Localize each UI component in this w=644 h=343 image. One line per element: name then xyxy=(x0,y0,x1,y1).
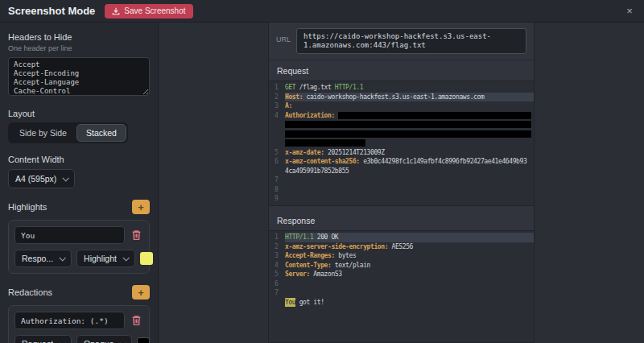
code-token-key: A: xyxy=(285,101,292,111)
layout-toggle-group: Side by Side Stacked xyxy=(8,122,128,143)
highlight-rule-card: Respo... Highlight xyxy=(8,220,150,274)
code-line: 3Accept-Ranges: bytes xyxy=(269,251,534,261)
highlights-label: Highlights xyxy=(8,202,47,212)
headers-to-hide-textarea[interactable]: Accept Accept-Encoding Accept-Language C… xyxy=(8,57,150,96)
code-line: 5Server: AmazonS3 xyxy=(269,270,534,279)
line-number: 6 xyxy=(269,279,285,289)
code-token-key: Accept-Ranges: xyxy=(285,251,335,261)
download-icon xyxy=(112,7,120,15)
code-token-mark: You xyxy=(285,298,295,308)
request-section-title: Request xyxy=(269,60,534,81)
code-line: 8 xyxy=(269,185,534,195)
url-label: URL xyxy=(276,28,291,43)
code-line: 4Content-Type: text/plain xyxy=(269,261,534,271)
line-number: 7 xyxy=(269,288,285,298)
code-token-key: x-amz-date: xyxy=(285,148,324,158)
redaction-rule-card: Request Opaque xyxy=(8,305,150,343)
code-token-plain: 200 OK xyxy=(317,233,339,242)
line-number: 5 xyxy=(269,148,285,158)
code-line: 2x-amz-server-side-encryption: AES256 xyxy=(269,242,534,252)
close-icon[interactable]: × xyxy=(623,5,636,18)
code-line xyxy=(269,130,534,139)
redaction-pattern-input[interactable] xyxy=(14,312,125,329)
save-screenshot-button[interactable]: Save Screenshot xyxy=(105,4,192,19)
redaction-bar xyxy=(285,130,531,138)
code-line: 6x-amz-content-sha256: e3b0c44298fc1c149… xyxy=(269,157,534,167)
code-token-plain: caido-workshop-hackfest.s3.us-east-1.ama… xyxy=(303,93,484,102)
redactions-label: Redactions xyxy=(8,287,52,297)
code-line: 4Authorization: xyxy=(269,111,534,121)
response-code-editor: 1HTTP/1.1 200 OK2x-amz-server-side-encry… xyxy=(269,230,534,343)
code-token-key: x-amz-content-sha256: xyxy=(285,157,360,167)
add-redaction-button[interactable]: + xyxy=(132,285,150,300)
screenshot-mode-app: Screenshot Mode Save Screenshot × Header… xyxy=(0,0,644,343)
layout-option-side-by-side[interactable]: Side by Side xyxy=(10,124,76,142)
chevron-down-icon xyxy=(120,340,126,343)
code-token-plain: /flag.txt xyxy=(299,83,335,93)
code-line: 2Host: caido-workshop-hackfest.s3.us-eas… xyxy=(269,93,534,102)
code-line: 4ca495991b7852b855 xyxy=(269,167,534,176)
layout-label: Layout xyxy=(8,109,150,118)
code-line: 9 xyxy=(269,194,534,204)
line-number: 4 xyxy=(269,111,285,121)
highlight-pattern-input[interactable] xyxy=(14,226,125,244)
line-number: 5 xyxy=(269,270,285,279)
code-token-key: Content-Type: xyxy=(285,261,331,271)
highlight-mode-select[interactable]: Highlight xyxy=(76,250,135,267)
content-width-select[interactable]: A4 (595px) xyxy=(8,169,75,188)
headers-to-hide-section: Headers to Hide One header per line Acce… xyxy=(8,32,150,97)
highlight-scope-select[interactable]: Respo... xyxy=(14,250,72,267)
line-number: 3 xyxy=(269,251,285,261)
page-title: Screenshot Mode xyxy=(8,5,95,17)
redaction-mode-select[interactable]: Opaque xyxy=(76,335,132,343)
layout-option-stacked[interactable]: Stacked xyxy=(76,124,126,142)
code-line: 3A: xyxy=(269,101,534,111)
line-number: 1 xyxy=(269,83,285,93)
redaction-color-swatch[interactable] xyxy=(137,337,150,343)
code-token-key: Authorization: xyxy=(285,111,335,121)
highlight-mode-value: Highlight xyxy=(84,254,117,263)
code-token-key: Server: xyxy=(285,270,310,279)
code-token-plain: 20251214T213009Z xyxy=(324,148,385,158)
code-token-proto: HTTP/1.1 xyxy=(285,233,317,242)
content-width-value: A4 (595px) xyxy=(15,174,56,184)
highlight-scope-value: Respo... xyxy=(22,254,53,263)
code-line xyxy=(269,138,534,148)
code-token-plain: got it! xyxy=(295,298,324,308)
highlight-color-swatch[interactable] xyxy=(140,252,153,265)
preview-area: URL https://caido-workshop-hackfest.s3.u… xyxy=(159,23,644,343)
code-line: 7 xyxy=(269,176,534,185)
layout-section: Layout Side by Side Stacked xyxy=(8,109,150,143)
line-number: 6 xyxy=(269,157,285,167)
line-number: 2 xyxy=(269,93,285,102)
redaction-bar xyxy=(285,121,531,128)
code-token-key: Host: xyxy=(285,93,303,102)
url-value: https://caido-workshop-hackfest.s3.us-ea… xyxy=(296,28,526,54)
delete-redaction-button[interactable] xyxy=(130,315,143,326)
headers-to-hide-label: Headers to Hide xyxy=(8,32,150,42)
code-token-proto: HTTP/1.1 xyxy=(335,83,363,93)
code-line xyxy=(269,120,534,130)
code-line: 1GET /flag.txt HTTP/1.1 xyxy=(269,83,534,93)
chevron-down-icon xyxy=(122,254,129,261)
line-number: 7 xyxy=(269,176,285,185)
redaction-scope-select[interactable]: Request xyxy=(14,335,72,343)
code-token-plain: e3b0c44298fc1c149afbf4c8996fb92427ae41e4… xyxy=(360,157,527,167)
redaction-bar xyxy=(285,139,365,147)
request-code-editor: 1GET /flag.txt HTTP/1.12Host: caido-work… xyxy=(269,81,534,206)
delete-highlight-button[interactable] xyxy=(130,229,143,241)
chevron-down-icon xyxy=(63,175,69,181)
content-width-label: Content Width xyxy=(8,155,150,164)
code-line: 1HTTP/1.1 200 OK xyxy=(269,233,534,242)
code-token-plain: AmazonS3 xyxy=(310,270,342,279)
chevron-down-icon xyxy=(60,340,66,343)
line-number: 9 xyxy=(269,194,285,204)
line-number: 4 xyxy=(269,261,285,271)
trash-icon xyxy=(131,315,142,326)
code-token-plain: AES256 xyxy=(388,242,413,252)
screenshot-preview-panel: URL https://caido-workshop-hackfest.s3.u… xyxy=(268,23,535,343)
headers-to-hide-hint: One header per line xyxy=(8,44,150,52)
add-highlight-button[interactable]: + xyxy=(132,200,150,214)
line-number: 8 xyxy=(269,185,285,195)
top-bar: Screenshot Mode Save Screenshot × xyxy=(0,0,644,23)
